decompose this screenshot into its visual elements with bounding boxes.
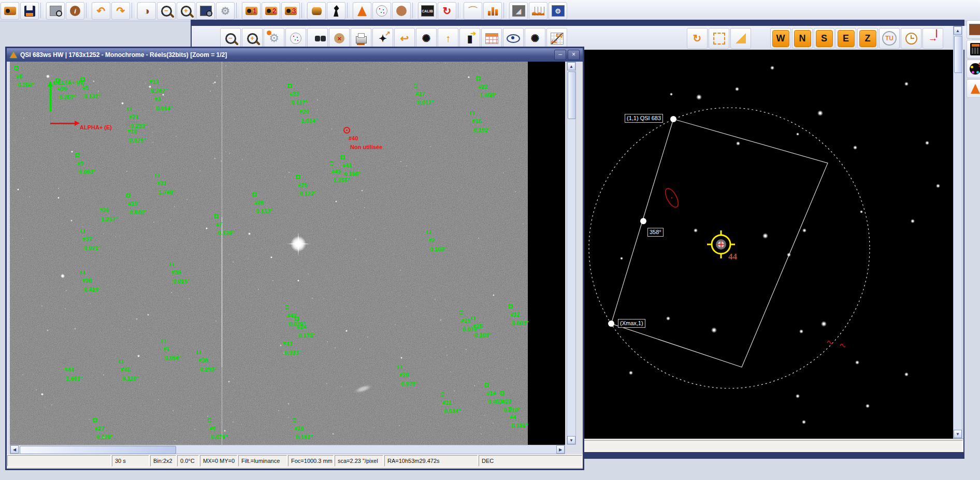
chart-search-binoculars-icon [315,36,320,41]
chart-print-button[interactable] [351,28,371,49]
star-annotation: #250.103" [473,322,492,340]
chart-local-time-button[interactable] [901,28,921,49]
scroll-down-button[interactable]: ▼ [567,436,575,444]
chart-star [762,233,768,239]
chart-universal-time-icon: TU [882,31,897,46]
sky-chart-window-titlebar[interactable] [192,21,963,26]
image-vertical-scrollbar[interactable]: ▲ ▼ [567,62,576,445]
crop-image-button[interactable]: ◢ [509,2,528,20]
chart-center-object-button[interactable]: ✺ [525,28,545,49]
screen-stretch-icon [200,6,212,16]
chart-reduce-field-button[interactable]: ✺ [416,28,437,49]
camera-1-button[interactable]: 1 [242,2,261,20]
celestial-sphere-icon [376,5,387,17]
filter-wheel-button[interactable]: 1 [967,60,980,78]
telescope-mount-button[interactable] [327,2,345,20]
scroll-left-button[interactable]: ◀ [10,445,19,454]
star-annotation: #410.198" [342,161,361,179]
visualisation-thresholds-button[interactable]: ◑ [137,2,156,20]
image-status-bar: 30 sBin:2x20.0°CMX=0 MY=0Filt.=luminance… [7,454,583,468]
automation-gear-button[interactable]: ⚙ [549,2,567,20]
star-annotation: #70.129" [216,220,235,238]
camera-2-button[interactable]: 2 [262,2,280,20]
star-annotation: #130.767" [149,78,168,95]
chart-west-button[interactable]: W [770,28,791,49]
chart-search-binoculars-button[interactable] [307,28,328,49]
scroll-thumb[interactable] [954,36,962,73]
telescope-mount-icon [331,5,341,17]
chart-settings-gear-button[interactable]: ⚙ [264,28,284,49]
image-horizontal-scrollbar[interactable]: ◀ ▶ [10,445,565,454]
star-image-canvas[interactable]: DELTA+ (N) ALPHA+ (E) #80.256"#300.257"#… [10,62,565,445]
zoom-in-button[interactable]: + [177,2,195,20]
celestial-sphere-button[interactable] [372,2,391,20]
star-annotation: #201.014" [299,108,318,125]
world-map-button[interactable] [967,20,980,39]
chart-east-button[interactable]: E [835,28,856,49]
scroll-thumb[interactable] [568,71,576,119]
chart-expand-field-button[interactable]: ✦↗ [372,28,393,49]
close-button[interactable]: × [568,50,580,60]
chart-move-up-button[interactable]: ↑ [438,28,458,49]
chart-zoom-in-button[interactable]: + [242,28,263,49]
camera-3-button[interactable]: 3 [281,2,300,20]
sky-chart-vertical-scrollbar[interactable]: ▲ ▼ [953,26,962,439]
screen-stretch-button[interactable] [196,2,215,20]
target-star-number-label: 44 [728,252,737,262]
star-annotation: #100.079" [127,127,146,145]
chart-print-icon [356,36,367,43]
chart-eq-az-mode-button[interactable]: EQAZ [546,28,567,49]
chart-cancel-button[interactable]: × [329,28,350,49]
world-map-icon [969,24,980,35]
rotate-image-button[interactable]: ↻ [438,2,456,20]
chart-field-rotation-button[interactable]: ↻ [687,28,708,49]
chart-flip-view-button[interactable]: ↩ [394,28,415,49]
rotate-image-icon: ↻ [443,6,452,16]
scroll-right-button[interactable]: ▶ [556,445,565,454]
camera-head-button[interactable] [1,2,19,20]
polar-alignment-cone-button[interactable] [353,2,371,20]
chart-goto-meridian-button[interactable]: →▏ [923,28,943,49]
star-annotation: #80.256" [16,72,35,90]
redo-button[interactable]: ↷ [111,2,130,20]
zoom-out-button[interactable]: − [157,2,176,20]
chart-measure-ruler-button[interactable] [730,28,751,49]
statistics-3d-button[interactable] [483,2,502,20]
horizon-altitude-button[interactable] [967,79,980,98]
chart-north-icon: N [794,30,811,47]
save-image-button[interactable] [20,2,39,20]
chart-star [821,321,827,327]
scroll-up-button[interactable]: ▲ [567,62,575,70]
chart-south-button[interactable]: S [814,28,834,49]
process-settings-gear-button[interactable]: ⚙ [216,2,235,20]
scroll-down-button[interactable]: ▼ [954,430,962,438]
image-window-titlebar[interactable]: QSI 683ws HW | 1763x1252 - Monochrome - … [7,48,583,62]
histogram-button[interactable] [529,2,547,20]
chart-eye-orbit-button[interactable] [503,28,524,49]
scroll-up-button[interactable]: ▲ [954,26,962,35]
scroll-thumb[interactable] [20,446,176,454]
undo-button[interactable]: ↶ [92,2,110,20]
chart-local-time-icon [905,33,917,45]
response-curve-button[interactable]: ⌒ [464,2,482,20]
chart-planisphere-button[interactable] [285,28,306,49]
chart-select-area-button[interactable] [709,28,729,49]
chart-universal-time-button[interactable]: TU [879,28,900,49]
chart-step-forward-button[interactable]: ▮➔ [459,28,480,49]
chart-zenith-button[interactable]: Z [857,28,878,49]
chart-zoom-out-button[interactable]: − [220,28,241,49]
image-preview-button[interactable] [46,2,65,20]
chart-move-up-icon: ↑ [445,33,451,43]
chart-north-button[interactable]: N [792,28,813,49]
calculator-button[interactable] [967,40,980,59]
star-annotation: #160.192" [472,117,491,135]
calibration-frames-button[interactable]: CALIB [418,2,437,20]
tools-wrench-button[interactable] [392,2,411,20]
star-annotation: #441.663" [64,366,83,383]
image-info-button[interactable]: i [66,2,84,20]
minimize-button[interactable]: – [554,50,566,60]
chart-select-area-icon [713,33,725,45]
focuser-motor-button[interactable] [307,2,326,20]
chart-ephemeris-table-button[interactable] [481,28,502,49]
star-annotation: #350.122" [298,181,316,198]
